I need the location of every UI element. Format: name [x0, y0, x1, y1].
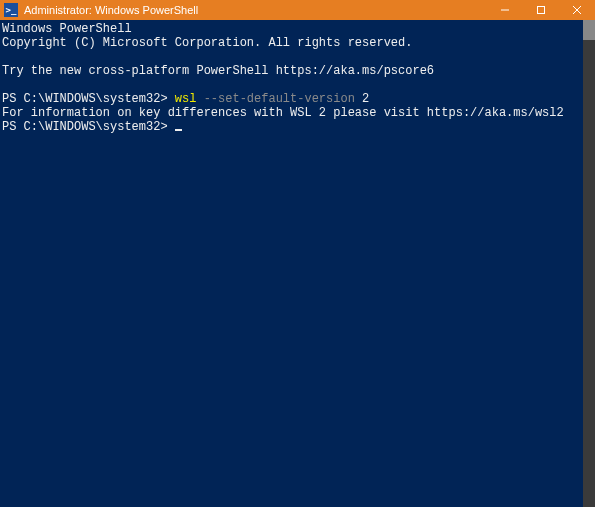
terminal-output[interactable]: Windows PowerShell Copyright (C) Microso… [0, 20, 583, 507]
scroll-thumb[interactable] [583, 20, 595, 40]
close-button[interactable] [559, 0, 595, 20]
minimize-button[interactable] [487, 0, 523, 20]
powershell-window: >_ Administrator: Windows PowerShell [0, 0, 595, 507]
cursor [175, 129, 182, 131]
window-controls [487, 0, 595, 20]
header-line-1: Windows PowerShell [2, 22, 132, 36]
output-1: For information on key differences with … [2, 106, 564, 120]
titlebar[interactable]: >_ Administrator: Windows PowerShell [0, 0, 595, 20]
window-title: Administrator: Windows PowerShell [24, 4, 198, 16]
prompt-2: PS C:\WINDOWS\system32> [2, 120, 175, 134]
vertical-scrollbar[interactable] [583, 20, 595, 507]
close-icon [572, 5, 582, 15]
prompt-1-command: wsl [175, 92, 197, 106]
prompt-1-prefix: PS C:\WINDOWS\system32> [2, 92, 175, 106]
header-line-2: Copyright (C) Microsoft Corporation. All… [2, 36, 412, 50]
maximize-button[interactable] [523, 0, 559, 20]
minimize-icon [500, 5, 510, 15]
content-area: Windows PowerShell Copyright (C) Microso… [0, 20, 595, 507]
svg-rect-1 [538, 7, 545, 14]
prompt-1-arg: 2 [355, 92, 369, 106]
try-line: Try the new cross-platform PowerShell ht… [2, 64, 434, 78]
prompt-1-flag: --set-default-version [196, 92, 354, 106]
powershell-icon: >_ [4, 3, 18, 17]
maximize-icon [536, 5, 546, 15]
